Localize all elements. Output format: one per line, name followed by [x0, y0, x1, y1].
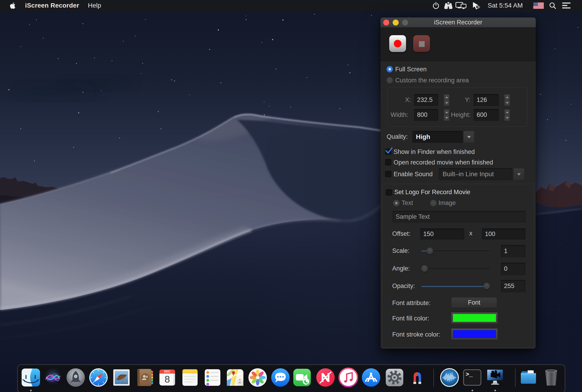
svg-text:>_: >_: [466, 371, 473, 378]
svg-text:3D: 3D: [238, 381, 242, 384]
svg-text:DEC: DEC: [164, 370, 170, 373]
svg-text:8: 8: [164, 374, 170, 385]
